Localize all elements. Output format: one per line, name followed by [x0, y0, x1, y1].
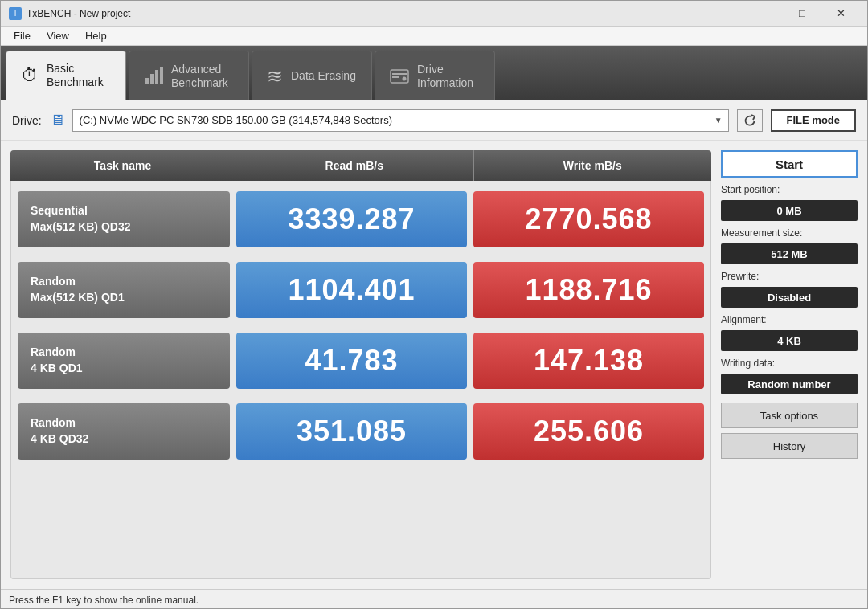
tab-data-erasing[interactable]: ≋ Data Erasing — [252, 51, 372, 100]
table-row: Random 4 KB QD1 41.783 147.138 — [11, 329, 710, 393]
benchmark-table: Task name Read mB/s Write mB/s Sequentia… — [10, 150, 711, 579]
task-options-button[interactable]: Task options — [721, 403, 858, 428]
read-value-random-4k-qd1: 41.783 — [236, 333, 467, 389]
tab-basic-benchmark[interactable]: ⏱ BasicBenchmark — [6, 51, 126, 100]
tab-basic-label: BasicBenchmark — [47, 62, 104, 89]
drive-row: Drive: 🖥 (C:) NVMe WDC PC SN730 SDB 150.… — [1, 100, 867, 141]
tab-drive-information[interactable]: DriveInformation — [375, 51, 495, 100]
alignment-value: 4 KB — [721, 330, 858, 351]
tab-drive-label: DriveInformation — [417, 63, 473, 90]
table-header: Task name Read mB/s Write mB/s — [10, 150, 711, 181]
file-mode-button[interactable]: FILE mode — [771, 109, 856, 132]
prewrite-value: Disabled — [721, 287, 858, 308]
alignment-label: Alignment: — [721, 314, 858, 325]
status-bar: Press the F1 key to show the online manu… — [1, 589, 867, 609]
table-row: Random Max(512 KB) QD1 1104.401 1188.716 — [11, 258, 710, 322]
table-row: Sequential Max(512 KB) QD32 3339.287 277… — [11, 187, 710, 251]
right-panel: Start Start position: 0 MB Measurement s… — [721, 150, 858, 579]
tab-erasing-label: Data Erasing — [291, 69, 356, 83]
start-button[interactable]: Start — [721, 150, 858, 178]
write-value-random-4k-qd32: 255.606 — [473, 403, 704, 460]
read-value-random-512-qd1: 1104.401 — [236, 262, 467, 318]
writing-data-value: Random number — [721, 374, 858, 394]
measurement-size-label: Measurement size: — [721, 227, 858, 239]
advanced-benchmark-icon — [144, 67, 163, 86]
menu-file[interactable]: File — [6, 28, 39, 43]
basic-benchmark-icon: ⏱ — [21, 65, 39, 86]
write-value-random-512-qd1: 1188.716 — [473, 262, 704, 318]
task-name-random-4k-qd1: Random 4 KB QD1 — [18, 333, 230, 389]
title-controls: — □ ✕ — [745, 1, 859, 27]
menu-help[interactable]: Help — [77, 28, 115, 43]
data-erasing-icon: ≋ — [267, 65, 283, 88]
maximize-button[interactable]: □ — [784, 1, 821, 27]
task-name-random-4k-qd32: Random 4 KB QD32 — [18, 403, 230, 460]
write-value-sequential-qd32: 2770.568 — [473, 191, 704, 247]
svg-rect-0 — [145, 78, 149, 84]
task-name-random-512-qd1: Random Max(512 KB) QD1 — [18, 262, 230, 318]
svg-rect-1 — [150, 74, 154, 84]
minimize-button[interactable]: — — [745, 1, 782, 27]
svg-rect-2 — [155, 70, 158, 84]
menu-bar: File View Help — [1, 27, 867, 46]
history-button[interactable]: History — [721, 433, 858, 459]
measurement-size-value: 512 MB — [721, 243, 858, 264]
start-position-label: Start position: — [721, 184, 858, 195]
svg-point-7 — [403, 76, 407, 80]
app-icon: T — [9, 7, 22, 20]
drive-info-icon — [390, 67, 409, 85]
status-text: Press the F1 key to show the online manu… — [9, 595, 199, 606]
header-task: Task name — [10, 150, 235, 181]
window-title: TxBENCH - New project — [27, 8, 745, 19]
main-content: Task name Read mB/s Write mB/s Sequentia… — [1, 141, 867, 589]
read-value-sequential-qd32: 3339.287 — [236, 191, 467, 247]
table-row: Random 4 KB QD32 351.085 255.606 — [11, 399, 710, 464]
close-button[interactable]: ✕ — [822, 1, 859, 27]
writing-data-label: Writing data: — [721, 358, 858, 369]
tab-advanced-label: AdvancedBenchmark — [171, 63, 228, 90]
drive-label: Drive: — [12, 114, 42, 127]
title-bar: T TxBENCH - New project — □ ✕ — [1, 1, 867, 27]
read-value-random-4k-qd32: 351.085 — [236, 403, 467, 460]
table-rows: Sequential Max(512 KB) QD32 3339.287 277… — [10, 181, 711, 579]
svg-rect-6 — [392, 76, 399, 78]
header-read: Read mB/s — [235, 150, 474, 181]
header-write: Write mB/s — [474, 150, 712, 181]
drive-refresh-button[interactable] — [737, 109, 763, 132]
tab-advanced-benchmark[interactable]: AdvancedBenchmark — [129, 51, 249, 100]
svg-rect-5 — [392, 73, 407, 75]
drive-icon: 🖥 — [50, 112, 64, 129]
start-position-value: 0 MB — [721, 200, 858, 221]
drive-select-wrapper: (C:) NVMe WDC PC SN730 SDB 150.00 GB (31… — [72, 109, 729, 132]
menu-view[interactable]: View — [39, 28, 77, 43]
drive-select[interactable]: (C:) NVMe WDC PC SN730 SDB 150.00 GB (31… — [72, 109, 729, 132]
tab-bar: ⏱ BasicBenchmark AdvancedBenchmark ≋ Dat… — [1, 46, 867, 100]
svg-rect-3 — [160, 67, 163, 84]
task-name-sequential-qd32: Sequential Max(512 KB) QD32 — [18, 191, 230, 247]
prewrite-label: Prewrite: — [721, 271, 858, 282]
write-value-random-4k-qd1: 147.138 — [473, 333, 704, 389]
